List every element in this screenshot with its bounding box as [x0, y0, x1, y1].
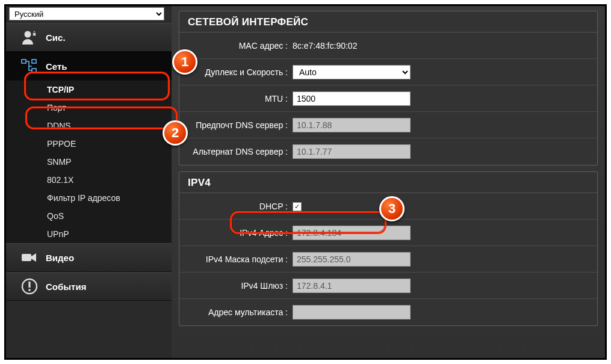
sidebar-item-8021x[interactable]: 802.1X	[6, 171, 172, 189]
sidebar-group-label: Видео	[46, 253, 74, 263]
language-select[interactable]: Русский	[9, 7, 164, 20]
video-icon	[19, 248, 40, 267]
panel-ipv4: IPV4 DHCP : ✓ IPv4 Адрес : IPv4 Маска по…	[179, 171, 598, 326]
mac-value: 8c:e7:48:fc:90:02	[293, 41, 591, 51]
multicast-input[interactable]	[293, 305, 411, 319]
row-ipv4-mask: IPv4 Маска подсети :	[179, 246, 597, 273]
row-multicast: Адрес мультикаста :	[179, 299, 597, 325]
multicast-label: Адрес мультикаста :	[179, 307, 293, 317]
row-mac: MAC адрес : 8c:e7:48:fc:90:02	[179, 32, 597, 59]
row-ipv4-address: IPv4 Адрес :	[179, 220, 597, 246]
ipv4-gateway-label: IPv4 Шлюз :	[179, 281, 293, 291]
svg-rect-1	[22, 60, 26, 63]
panel-title: IPV4	[179, 172, 597, 193]
sidebar-group-system[interactable]: Сис.	[6, 23, 172, 52]
duplex-select[interactable]: Auto	[293, 65, 411, 79]
dhcp-label: DHCP :	[179, 202, 293, 211]
sidebar-group-label: Сеть	[46, 61, 67, 72]
duplex-label: Дуплекс и Скорость :	[179, 67, 293, 77]
svg-rect-2	[32, 60, 36, 63]
ipv4-mask-label: IPv4 Маска подсети :	[179, 254, 293, 264]
sidebar-item-ddns[interactable]: DDNS	[6, 117, 172, 135]
svg-rect-7	[28, 289, 30, 291]
svg-rect-3	[32, 69, 36, 72]
sidebar-group-events[interactable]: События	[6, 272, 172, 301]
row-ipv4-gateway: IPv4 Шлюз :	[179, 273, 597, 299]
sidebar-group-video[interactable]: Видео	[6, 243, 172, 272]
mtu-label: MTU :	[179, 94, 293, 103]
mtu-input[interactable]	[293, 91, 411, 106]
sidebar-group-network[interactable]: Сеть	[6, 52, 172, 81]
content-area: СЕТЕВОЙ ИНТЕРФЕЙС MAC адрес : 8c:e7:48:f…	[172, 6, 605, 358]
row-alt-dns: Альтернат DNS сервер :	[179, 138, 597, 165]
ipv4-gateway-input[interactable]	[293, 279, 411, 293]
ipv4-address-input[interactable]	[293, 226, 411, 240]
sidebar-group-label: Сис.	[46, 32, 66, 43]
sidebar-item-ipfilter[interactable]: Фильтр IP адресов	[6, 189, 172, 207]
svg-rect-4	[22, 254, 31, 261]
alt-dns-label: Альтернат DNS сервер :	[179, 147, 293, 156]
svg-point-0	[25, 31, 31, 38]
sidebar-group-label: События	[46, 282, 86, 292]
sidebar-item-snmp[interactable]: SNMP	[6, 153, 172, 171]
row-dhcp: DHCP : ✓	[179, 193, 597, 220]
panel-network-interface: СЕТЕВОЙ ИНТЕРФЕЙС MAC адрес : 8c:e7:48:f…	[179, 11, 598, 165]
row-pref-dns: Предпочт DNS сервер :	[179, 112, 597, 138]
pref-dns-label: Предпочт DNS сервер :	[179, 120, 293, 130]
system-icon	[19, 28, 40, 46]
ipv4-mask-input[interactable]	[293, 252, 411, 267]
sidebar-item-pppoe[interactable]: PPPOE	[6, 135, 172, 153]
dhcp-checkbox[interactable]: ✓	[293, 202, 302, 211]
ipv4-address-label: IPv4 Адрес :	[179, 228, 293, 238]
alt-dns-input[interactable]	[293, 144, 411, 159]
svg-rect-6	[28, 282, 30, 288]
row-duplex: Дуплекс и Скорость : Auto	[179, 59, 597, 85]
mac-label: MAC адрес :	[179, 41, 293, 51]
sidebar-item-tcpip[interactable]: TCP/IP	[6, 81, 172, 99]
panel-title: СЕТЕВОЙ ИНТЕРФЕЙС	[179, 11, 597, 32]
row-mtu: MTU :	[179, 85, 597, 112]
events-icon	[19, 277, 40, 295]
sidebar: Русский Сис. С	[6, 6, 172, 358]
sidebar-item-upnp[interactable]: UPnP	[6, 225, 172, 243]
network-icon	[19, 57, 40, 75]
sidebar-item-qos[interactable]: QoS	[6, 207, 172, 225]
pref-dns-input[interactable]	[293, 118, 411, 132]
sidebar-item-port[interactable]: Порт	[6, 99, 172, 117]
